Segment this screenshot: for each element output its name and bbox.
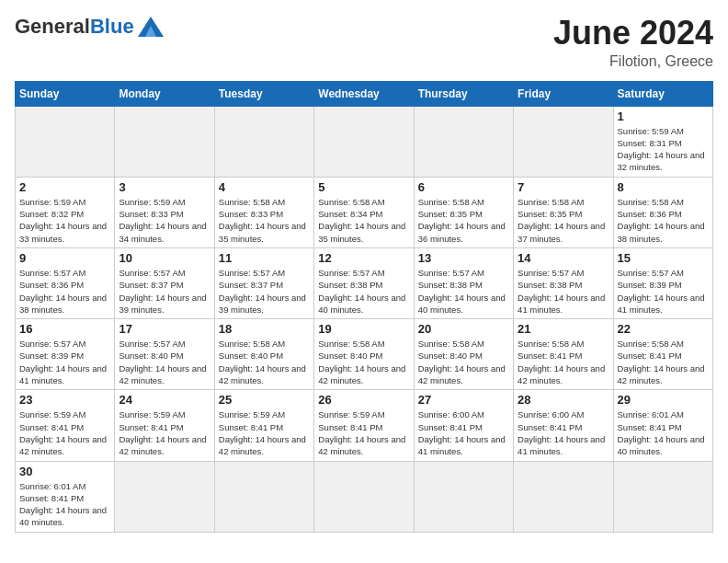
calendar-cell: 18Sunrise: 5:58 AM Sunset: 8:40 PM Dayli… (214, 319, 313, 390)
day-number: 23 (19, 393, 110, 407)
calendar-week-row: 1Sunrise: 5:59 AM Sunset: 8:31 PM Daylig… (16, 106, 713, 177)
day-number: 3 (119, 180, 210, 194)
day-info: Sunrise: 5:57 AM Sunset: 8:39 PM Dayligh… (19, 338, 110, 386)
calendar-cell: 27Sunrise: 6:00 AM Sunset: 8:41 PM Dayli… (414, 390, 513, 461)
day-info: Sunrise: 5:58 AM Sunset: 8:36 PM Dayligh… (618, 196, 709, 245)
calendar-cell: 10Sunrise: 5:57 AM Sunset: 8:37 PM Dayli… (115, 247, 214, 318)
day-of-week-header: Tuesday (214, 81, 313, 106)
calendar-cell: 26Sunrise: 5:59 AM Sunset: 8:41 PM Dayli… (314, 390, 414, 461)
calendar-cell (16, 106, 115, 177)
day-info: Sunrise: 5:57 AM Sunset: 8:37 PM Dayligh… (119, 267, 210, 316)
calendar-cell (214, 461, 313, 532)
day-info: Sunrise: 5:58 AM Sunset: 8:41 PM Dayligh… (618, 338, 709, 386)
day-info: Sunrise: 5:57 AM Sunset: 8:38 PM Dayligh… (518, 267, 609, 316)
day-number: 10 (119, 251, 210, 265)
day-info: Sunrise: 6:01 AM Sunset: 8:41 PM Dayligh… (618, 408, 709, 457)
calendar-cell: 14Sunrise: 5:57 AM Sunset: 8:38 PM Dayli… (514, 247, 613, 318)
day-number: 19 (318, 322, 409, 336)
calendar-cell (115, 461, 214, 532)
page-header: General Blue June 2024 Filotion, Greece (15, 15, 713, 70)
calendar-cell: 15Sunrise: 5:57 AM Sunset: 8:39 PM Dayli… (613, 247, 712, 318)
day-info: Sunrise: 6:01 AM Sunset: 8:41 PM Dayligh… (19, 480, 110, 529)
day-info: Sunrise: 6:00 AM Sunset: 8:41 PM Dayligh… (518, 408, 609, 457)
day-info: Sunrise: 5:59 AM Sunset: 8:33 PM Dayligh… (119, 196, 210, 245)
day-info: Sunrise: 5:59 AM Sunset: 8:41 PM Dayligh… (119, 408, 210, 457)
day-info: Sunrise: 5:59 AM Sunset: 8:41 PM Dayligh… (219, 408, 310, 457)
day-info: Sunrise: 5:57 AM Sunset: 8:37 PM Dayligh… (219, 267, 310, 316)
calendar-table: SundayMondayTuesdayWednesdayThursdayFrid… (15, 81, 713, 533)
day-info: Sunrise: 5:59 AM Sunset: 8:32 PM Dayligh… (19, 196, 110, 245)
calendar-cell (214, 106, 313, 177)
day-of-week-header: Saturday (613, 81, 712, 106)
calendar-cell: 20Sunrise: 5:58 AM Sunset: 8:40 PM Dayli… (414, 319, 513, 390)
calendar-cell: 6Sunrise: 5:58 AM Sunset: 8:35 PM Daylig… (414, 177, 513, 247)
calendar-week-row: 16Sunrise: 5:57 AM Sunset: 8:39 PM Dayli… (16, 319, 713, 390)
calendar-cell (314, 461, 414, 532)
day-info: Sunrise: 5:58 AM Sunset: 8:33 PM Dayligh… (219, 196, 310, 245)
month-title: June 2024 (553, 15, 713, 52)
calendar-cell (613, 461, 712, 532)
calendar-cell: 3Sunrise: 5:59 AM Sunset: 8:33 PM Daylig… (115, 177, 214, 247)
logo-icon (138, 17, 164, 37)
calendar-week-row: 9Sunrise: 5:57 AM Sunset: 8:36 PM Daylig… (16, 247, 713, 318)
day-of-week-header: Monday (115, 81, 214, 106)
day-number: 13 (418, 251, 509, 265)
day-number: 25 (219, 393, 310, 407)
calendar-cell: 11Sunrise: 5:57 AM Sunset: 8:37 PM Dayli… (214, 247, 313, 318)
day-number: 2 (19, 180, 110, 194)
day-of-week-header: Sunday (16, 81, 115, 106)
day-number: 1 (618, 109, 709, 123)
calendar-week-row: 30Sunrise: 6:01 AM Sunset: 8:41 PM Dayli… (16, 461, 713, 532)
day-number: 17 (119, 322, 210, 336)
calendar-cell: 17Sunrise: 5:57 AM Sunset: 8:40 PM Dayli… (115, 319, 214, 390)
day-number: 20 (418, 322, 509, 336)
day-info: Sunrise: 5:58 AM Sunset: 8:34 PM Dayligh… (318, 196, 409, 245)
day-of-week-header: Thursday (414, 81, 513, 106)
day-info: Sunrise: 5:58 AM Sunset: 8:35 PM Dayligh… (418, 196, 509, 245)
day-number: 27 (418, 393, 509, 407)
day-of-week-header: Friday (514, 81, 613, 106)
calendar-cell: 5Sunrise: 5:58 AM Sunset: 8:34 PM Daylig… (314, 177, 414, 247)
calendar-week-row: 23Sunrise: 5:59 AM Sunset: 8:41 PM Dayli… (16, 390, 713, 461)
day-number: 21 (518, 322, 609, 336)
day-number: 6 (418, 180, 509, 194)
calendar-cell: 22Sunrise: 5:58 AM Sunset: 8:41 PM Dayli… (613, 319, 712, 390)
day-info: Sunrise: 5:58 AM Sunset: 8:41 PM Dayligh… (518, 338, 609, 386)
calendar-cell: 25Sunrise: 5:59 AM Sunset: 8:41 PM Dayli… (214, 390, 313, 461)
day-number: 7 (518, 180, 609, 194)
logo-area: General Blue (15, 15, 164, 39)
day-number: 28 (518, 393, 609, 407)
day-info: Sunrise: 5:58 AM Sunset: 8:35 PM Dayligh… (518, 196, 609, 245)
day-info: Sunrise: 5:59 AM Sunset: 8:41 PM Dayligh… (318, 408, 409, 457)
day-info: Sunrise: 5:57 AM Sunset: 8:39 PM Dayligh… (618, 267, 709, 316)
day-number: 22 (618, 322, 709, 336)
day-number: 12 (318, 251, 409, 265)
calendar-cell (514, 461, 613, 532)
day-number: 30 (19, 465, 110, 478)
day-of-week-header: Wednesday (314, 81, 414, 106)
calendar-cell: 16Sunrise: 5:57 AM Sunset: 8:39 PM Dayli… (16, 319, 115, 390)
calendar-cell: 4Sunrise: 5:58 AM Sunset: 8:33 PM Daylig… (214, 177, 313, 247)
day-number: 26 (318, 393, 409, 407)
calendar-cell (414, 106, 513, 177)
day-number: 9 (19, 251, 110, 265)
calendar-cell: 2Sunrise: 5:59 AM Sunset: 8:32 PM Daylig… (16, 177, 115, 247)
day-info: Sunrise: 5:57 AM Sunset: 8:36 PM Dayligh… (19, 267, 110, 316)
logo-general-text: General (15, 15, 90, 39)
day-number: 8 (618, 180, 709, 194)
calendar-cell: 23Sunrise: 5:59 AM Sunset: 8:41 PM Dayli… (16, 390, 115, 461)
day-number: 24 (119, 393, 210, 407)
day-info: Sunrise: 5:59 AM Sunset: 8:41 PM Dayligh… (19, 408, 110, 457)
calendar-cell: 29Sunrise: 6:01 AM Sunset: 8:41 PM Dayli… (613, 390, 712, 461)
calendar-cell: 21Sunrise: 5:58 AM Sunset: 8:41 PM Dayli… (514, 319, 613, 390)
day-info: Sunrise: 5:58 AM Sunset: 8:40 PM Dayligh… (318, 338, 409, 386)
calendar-cell: 7Sunrise: 5:58 AM Sunset: 8:35 PM Daylig… (514, 177, 613, 247)
day-number: 11 (219, 251, 310, 265)
calendar-cell (115, 106, 214, 177)
calendar-cell: 8Sunrise: 5:58 AM Sunset: 8:36 PM Daylig… (613, 177, 712, 247)
day-info: Sunrise: 5:57 AM Sunset: 8:38 PM Dayligh… (318, 267, 409, 316)
day-number: 16 (19, 322, 110, 336)
day-number: 4 (219, 180, 310, 194)
calendar-cell: 12Sunrise: 5:57 AM Sunset: 8:38 PM Dayli… (314, 247, 414, 318)
logo-blue-text: Blue (90, 15, 134, 39)
